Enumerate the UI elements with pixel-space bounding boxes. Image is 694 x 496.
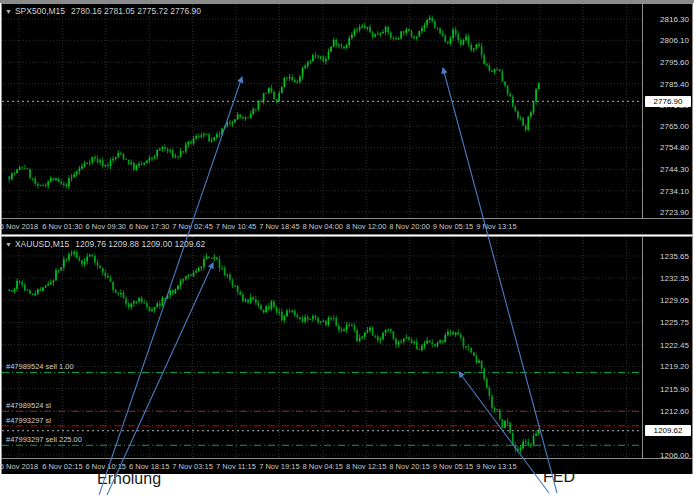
xauusd-price-axis[interactable]: 1235.651232.351229.051225.751222.451219.… (642, 237, 692, 459)
metatrader-window: ▼SPX500,M152780.16 2781.05 2775.72 2776.… (0, 0, 694, 496)
order-line-label: #47993297 sell 225.00 (6, 435, 82, 444)
time-tick-label: 6 Nov 10:15 (86, 462, 126, 471)
price-tick-label: 1215.90 (660, 385, 689, 394)
time-tick-label: 8 Nov 12:15 (346, 462, 386, 471)
order-line-label: #47989524 sl (6, 401, 51, 410)
time-tick-label: 6 Nov 01:30 (42, 222, 82, 231)
spx500-price-axis[interactable]: 2816.302806.102795.602785.402775.202765.… (642, 4, 692, 219)
time-tick-label: 6 Nov 09:30 (86, 222, 126, 231)
current-price-tag: 1209.62 (645, 425, 691, 436)
time-tick-label: 9 Nov 13:15 (476, 222, 516, 231)
xauusd-time-axis[interactable]: 5 Nov 20186 Nov 02:156 Nov 10:156 Nov 18… (2, 458, 692, 474)
candles (8, 15, 539, 189)
time-tick-label: 6 Nov 02:15 (42, 462, 82, 471)
time-tick-label: 9 Nov 13:15 (476, 462, 516, 471)
order-line-label: #47993297 sl (6, 416, 51, 425)
time-tick-label: 6 Nov 17:30 (129, 222, 169, 231)
spx500-chart-header: ▼SPX500,M152780.16 2781.05 2775.72 2776.… (5, 6, 201, 16)
xauusd-candlestick-plot[interactable]: #47989524 sell 1.00#47989524 sl#47993297… (2, 237, 644, 460)
candles (8, 250, 539, 454)
ohlc-values: 1209.76 1209.88 1209.00 1209.62 (75, 239, 205, 249)
time-tick-label: 7 Nov 10:45 (216, 222, 256, 231)
price-tick-label: 1232.35 (660, 274, 689, 283)
current-price-tag: 2776.90 (645, 96, 691, 107)
price-tick-label: 1235.65 (660, 252, 689, 261)
spx500-time-axis[interactable]: 5 Nov 20186 Nov 01:306 Nov 09:306 Nov 17… (2, 218, 692, 234)
time-tick-label: 6 Nov 18:15 (129, 462, 169, 471)
price-tick-label: 2744.30 (660, 165, 689, 174)
price-tick-label: 2816.30 (660, 15, 689, 24)
price-tick-label: 2723.90 (660, 208, 689, 217)
time-tick-label: 5 Nov 2018 (0, 462, 38, 471)
chart-panel-xauusd[interactable]: #47989524 sell 1.00#47989524 sl#47993297… (1, 236, 693, 475)
time-tick-label: 9 Nov 05:15 (433, 222, 473, 231)
time-tick-label: 7 Nov 19:15 (259, 462, 299, 471)
price-tick-label: 1222.45 (660, 341, 689, 350)
symbol-label: SPX500,M15 (15, 6, 65, 16)
collapse-triangle-icon[interactable]: ▼ (5, 241, 12, 248)
order-line-label: #47989524 sell 1.00 (6, 362, 74, 371)
price-tick-label: 2795.60 (660, 58, 689, 67)
time-tick-label: 8 Nov 04:15 (303, 462, 343, 471)
chart-panel-spx500[interactable]: ▼SPX500,M152780.16 2781.05 2775.72 2776.… (1, 3, 693, 235)
time-tick-label: 8 Nov 20:00 (389, 222, 429, 231)
symbol-label: XAUUSD,M15 (15, 239, 69, 249)
annotation-strip: Erholung FED (0, 474, 694, 496)
price-tick-label: 1212.60 (660, 407, 689, 416)
spx500-candlestick-plot[interactable] (2, 4, 644, 220)
price-tick-label: 2806.10 (660, 36, 689, 45)
price-tick-label: 2734.10 (660, 187, 689, 196)
time-tick-label: 5 Nov 2018 (0, 222, 38, 231)
time-tick-label: 7 Nov 03:15 (172, 462, 212, 471)
price-tick-label: 2765.00 (660, 122, 689, 131)
time-tick-label: 7 Nov 11:15 (216, 462, 256, 471)
time-tick-label: 8 Nov 12:00 (346, 222, 386, 231)
price-tick-label: 2785.40 (660, 80, 689, 89)
price-tick-label: 1225.75 (660, 318, 689, 327)
time-tick-label: 7 Nov 02:45 (172, 222, 212, 231)
collapse-triangle-icon[interactable]: ▼ (5, 8, 12, 15)
time-tick-label: 9 Nov 05:15 (433, 462, 473, 471)
xauusd-chart-header: ▼XAUUSD,M151209.76 1209.88 1209.00 1209.… (5, 239, 205, 249)
price-tick-label: 1229.05 (660, 296, 689, 305)
ohlc-values: 2780.16 2781.05 2775.72 2776.90 (71, 6, 201, 16)
grid-lines (2, 237, 644, 460)
price-tick-label: 1219.20 (660, 362, 689, 371)
time-tick-label: 8 Nov 20:15 (389, 462, 429, 471)
grid-lines (2, 4, 644, 220)
time-tick-label: 8 Nov 04:00 (303, 222, 343, 231)
time-tick-label: 7 Nov 18:45 (259, 222, 299, 231)
price-tick-label: 2754.80 (660, 143, 689, 152)
